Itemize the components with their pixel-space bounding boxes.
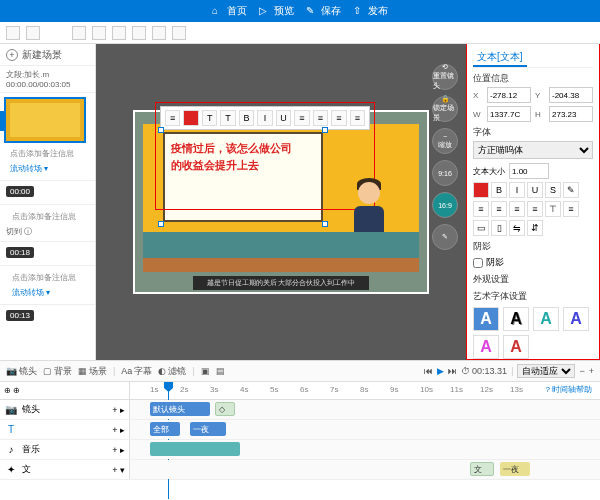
input-y[interactable] (549, 87, 593, 103)
track-audio-lane[interactable] (130, 440, 600, 459)
tool-f[interactable] (172, 26, 186, 40)
prev-button[interactable]: ⏮ (424, 366, 433, 376)
align-justify-button[interactable]: ≡ (527, 201, 543, 217)
reset-camera-button[interactable]: ⟲重置镜头 (432, 64, 458, 90)
tab-text[interactable]: 文本[文本] (473, 48, 527, 67)
tt-font-icon[interactable]: T (202, 110, 217, 126)
transition-label[interactable]: 流动转场 ▾ (4, 161, 91, 176)
scene-item[interactable]: 点击添加备注信息 流动转场 ▾ (0, 265, 95, 304)
scene-item[interactable]: 00:00 (0, 180, 95, 204)
bold-button[interactable]: B (491, 182, 507, 198)
tb-lens[interactable]: 📷镜头 (6, 365, 37, 378)
scene-item[interactable]: 点击添加备注信息 切到 ⓘ (0, 204, 95, 241)
tt-under-icon[interactable]: U (276, 110, 291, 126)
shadow-checkbox[interactable] (473, 258, 483, 268)
zoom-button[interactable]: −缩放 (432, 128, 458, 154)
tb-bg[interactable]: ▢背景 (43, 365, 72, 378)
art-style-1[interactable]: A (473, 307, 499, 331)
tt-align-j-icon[interactable]: ≡ (350, 110, 365, 126)
lock-scene-button[interactable]: 🔒锁定场景 (432, 96, 458, 122)
dist-v-button[interactable]: ▯ (491, 220, 507, 236)
art-style-5[interactable]: A (473, 335, 499, 359)
autofit-select[interactable]: 自动适应 (517, 364, 575, 378)
stage[interactable]: ≡ T T B I U ≡ ≡ ≡ ≡ 疫情过后，该怎么做公司 (133, 110, 429, 294)
strike-button[interactable]: S (545, 182, 561, 198)
editable-text[interactable]: 疫情过后，该怎么做公司 的收益会提升上去 (165, 134, 321, 179)
tool-c[interactable] (112, 26, 126, 40)
art-style-6[interactable]: A (503, 335, 529, 359)
tt-bold-icon[interactable]: B (239, 110, 254, 126)
caption-placeholder[interactable]: 点击添加备注信息 (4, 146, 91, 161)
menu-save[interactable]: ✎保存 (306, 4, 341, 18)
tool-d[interactable] (132, 26, 146, 40)
play-button[interactable]: ▶ (437, 366, 444, 376)
clip-fx1[interactable]: 文 (470, 462, 494, 476)
align-center-button[interactable]: ≡ (491, 201, 507, 217)
tt-size-icon[interactable]: T (220, 110, 235, 126)
zoom-out-button[interactable]: − (579, 366, 584, 376)
ratio-916-button[interactable]: 9:16 (432, 160, 458, 186)
tool-b[interactable] (92, 26, 106, 40)
next-button[interactable]: ⏭ (448, 366, 457, 376)
input-h[interactable] (549, 106, 593, 122)
menu-preview[interactable]: ▷预览 (259, 4, 294, 18)
tt-list-icon[interactable]: ≡ (165, 110, 180, 126)
tool-undo[interactable] (6, 26, 20, 40)
input-w[interactable] (487, 106, 531, 122)
art-style-4[interactable]: A (563, 307, 589, 331)
art-style-2[interactable]: A (503, 307, 529, 331)
tool-e[interactable] (152, 26, 166, 40)
menu-publish[interactable]: ⇧发布 (353, 4, 388, 18)
clip-trans[interactable]: ◇ (215, 402, 235, 416)
input-x[interactable] (487, 87, 531, 103)
tb-scene[interactable]: ▦场景 (78, 365, 107, 378)
tt-align-c-icon[interactable]: ≡ (313, 110, 328, 126)
caption-placeholder[interactable]: 点击添加备注信息 (6, 209, 89, 224)
tool-a[interactable] (72, 26, 86, 40)
valign-mid-button[interactable]: ≡ (563, 201, 579, 217)
clip-fx2[interactable]: 一夜 (500, 462, 530, 476)
transition-label[interactable]: 流动转场 ▾ (6, 285, 89, 300)
clip-lens[interactable]: 默认镜头 (150, 402, 210, 416)
scene-item[interactable]: 00:13 (0, 304, 95, 328)
scene-item[interactable]: 00:18 (0, 241, 95, 265)
clip-text2[interactable]: 一夜 (190, 422, 226, 436)
italic-button[interactable]: I (509, 182, 525, 198)
tb-ex2[interactable]: ▤ (216, 366, 225, 376)
text-color-chip[interactable] (473, 182, 489, 198)
edit-button[interactable]: ✎ (432, 224, 458, 250)
cut-button[interactable]: 切到 ⓘ (6, 226, 89, 237)
clip-audio[interactable] (150, 442, 240, 456)
tt-align-l-icon[interactable]: ≡ (294, 110, 309, 126)
canvas[interactable]: ≡ T T B I U ≡ ≡ ≡ ≡ 疫情过后，该怎么做公司 (96, 44, 466, 360)
dist-h-button[interactable]: ▭ (473, 220, 489, 236)
tt-italic-icon[interactable]: I (257, 110, 272, 126)
align-right-button[interactable]: ≡ (509, 201, 525, 217)
whiteboard[interactable]: ≡ T T B I U ≡ ≡ ≡ ≡ 疫情过后，该怎么做公司 (163, 132, 323, 222)
align-left-button[interactable]: ≡ (473, 201, 489, 217)
valign-top-button[interactable]: ⊤ (545, 201, 561, 217)
clip-text[interactable]: 全部 (150, 422, 180, 436)
caption-placeholder[interactable]: 点击添加备注信息 (6, 270, 89, 285)
menu-home[interactable]: ⌂首页 (212, 4, 247, 18)
tb-ex1[interactable]: ▣ (201, 366, 210, 376)
input-size[interactable] (509, 163, 549, 179)
tt-color-icon[interactable] (183, 110, 198, 126)
zoom-in-button[interactable]: + (589, 366, 594, 376)
ratio-169-button[interactable]: 16:9 (432, 192, 458, 218)
link-button[interactable]: ✎ (563, 182, 579, 198)
underline-button[interactable]: U (527, 182, 543, 198)
flip-h-button[interactable]: ⇋ (509, 220, 525, 236)
tb-filter[interactable]: ◐滤镜 (158, 365, 186, 378)
flip-v-button[interactable]: ⇵ (527, 220, 543, 236)
scene-thumbnail[interactable] (4, 97, 86, 143)
track-lens-lane[interactable]: 默认镜头 ◇ (130, 400, 600, 419)
font-select[interactable]: 方正喵呜体 (473, 141, 593, 159)
tb-caption[interactable]: Aa字幕 (121, 365, 152, 378)
tool-redo[interactable] (26, 26, 40, 40)
track-fx-lane[interactable]: 文 一夜 (130, 460, 600, 479)
tt-align-r-icon[interactable]: ≡ (331, 110, 346, 126)
art-style-3[interactable]: A (533, 307, 559, 331)
track-text-lane[interactable]: 全部 一夜 (130, 420, 600, 439)
new-scene-button[interactable]: + 新建场景 (0, 44, 95, 66)
